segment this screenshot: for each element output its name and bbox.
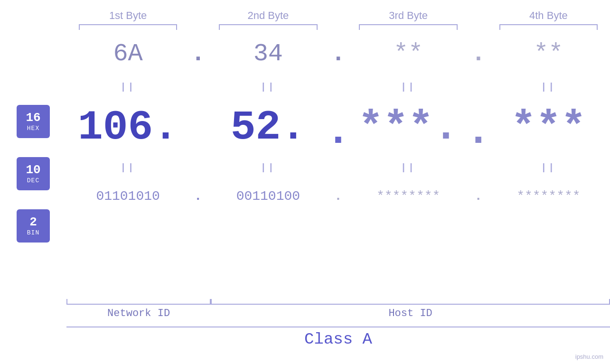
hex-value-3: ** <box>394 40 423 68</box>
dot-3: . <box>471 40 486 68</box>
eq-2: || <box>261 82 276 93</box>
top-bracket-3 <box>359 24 457 30</box>
badge-hex-label: HEX <box>27 125 39 132</box>
top-bracket-1 <box>79 24 177 30</box>
bin-value-4: ******** <box>516 189 580 204</box>
bin-sep3: . <box>470 189 487 204</box>
dot-1: . <box>191 40 206 68</box>
eq2-1: || <box>121 162 136 173</box>
bin-value-1: 01101010 <box>96 189 160 204</box>
dec-col3: ***. <box>347 104 470 151</box>
hex-sep2: . <box>330 40 347 68</box>
dec-value-2: 52. <box>231 104 306 151</box>
eq2-4: || <box>541 162 556 173</box>
bin-col4: ******** <box>487 189 610 204</box>
bin-sep2: . <box>330 189 347 204</box>
badge-dec: 10 DEC <box>17 157 50 190</box>
top-bracket-cell-3 <box>347 24 470 30</box>
badge-dec-number: 10 <box>26 164 40 176</box>
dec-value-4: *** <box>511 104 586 151</box>
bin-col3: ******** <box>347 189 470 204</box>
eq2-2: || <box>261 162 276 173</box>
bin-dot-2: . <box>334 189 342 204</box>
bottom-bracket-network <box>66 299 211 305</box>
top-bracket-cell-1 <box>66 24 189 30</box>
top-bracket-2 <box>219 24 317 30</box>
bottom-area: Network ID Host ID Class A <box>66 299 610 364</box>
hex-sep3: . <box>470 40 487 68</box>
dec-col1: 106. <box>66 104 189 151</box>
byte-header-2: 2nd Byte <box>206 9 329 22</box>
bin-dot-1: . <box>194 189 202 204</box>
eq1-col2: || <box>206 82 329 93</box>
bin-value-2: 00110100 <box>236 189 300 204</box>
dec-value-3: ***. <box>358 104 459 151</box>
badge-hex: 16 HEX <box>17 105 50 138</box>
badge-bin-number: 2 <box>29 216 37 228</box>
bin-col1: 01101010 <box>66 189 189 204</box>
eq-1: || <box>121 82 136 93</box>
eq2-col3: || <box>347 162 470 173</box>
hex-col4: ** <box>487 40 610 68</box>
eq2-col1: || <box>66 162 189 173</box>
dec-sep2: . <box>330 111 347 143</box>
bin-dot-3: . <box>474 189 482 204</box>
dec-sep3: . <box>470 111 487 143</box>
byte-header-4: 4th Byte <box>487 9 610 22</box>
top-bracket-cell-2 <box>206 24 329 30</box>
network-id-label: Network ID <box>66 308 211 319</box>
dec-row: 106. 52. . ***. . *** <box>66 96 610 158</box>
hex-row: 6A . 34 . ** . ** <box>66 30 610 77</box>
bin-value-3: ******** <box>376 189 440 204</box>
class-label: Class A <box>66 330 610 348</box>
dec-col4: *** <box>487 104 610 151</box>
badge-bin: 2 BIN <box>17 209 50 243</box>
main-container: 1st Byte 2nd Byte 3rd Byte 4th Byte 16 <box>0 0 610 364</box>
hex-col3: ** <box>347 40 470 68</box>
top-bracket-4 <box>499 24 598 30</box>
dec-col2: 52. <box>206 104 329 151</box>
hex-value-4: ** <box>534 40 563 68</box>
bottom-bracket-host <box>211 299 610 305</box>
main-data-area: 16 HEX 10 DEC 2 BIN 6A . <box>0 30 610 299</box>
badge-dec-label: DEC <box>27 177 39 184</box>
badge-bin-label: BIN <box>27 229 39 236</box>
top-brackets <box>66 24 610 30</box>
hex-col2: 34 <box>206 40 329 68</box>
equals-row-1: || || || || <box>66 77 610 96</box>
host-id-label: Host ID <box>211 308 610 319</box>
hex-col1: 6A <box>66 40 189 68</box>
dot-2: . <box>331 40 346 68</box>
watermark: ipshu.com <box>575 353 603 360</box>
bin-col2: 00110100 <box>206 189 329 204</box>
data-rows: 6A . 34 . ** . ** <box>66 30 610 299</box>
bin-sep1: . <box>189 189 206 204</box>
hex-value-1: 6A <box>113 40 142 68</box>
eq-3: || <box>401 82 416 93</box>
equals-row-2: || || || || <box>66 158 610 177</box>
eq1-col4: || <box>487 82 610 93</box>
badge-hex-number: 16 <box>26 112 40 124</box>
top-bracket-cell-4 <box>487 24 610 30</box>
eq-4: || <box>541 82 556 93</box>
bin-row: 01101010 . 00110100 . ******** . <box>66 177 610 215</box>
eq1-col1: || <box>66 82 189 93</box>
byte-header-row: 1st Byte 2nd Byte 3rd Byte 4th Byte <box>66 9 610 22</box>
dec-value-1: 106. <box>78 104 178 151</box>
byte-header-3: 3rd Byte <box>347 9 470 22</box>
eq2-3: || <box>401 162 416 173</box>
eq2-col2: || <box>206 162 329 173</box>
hex-value-2: 34 <box>253 40 283 68</box>
eq2-col4: || <box>487 162 610 173</box>
badges-column: 16 HEX 10 DEC 2 BIN <box>0 30 66 299</box>
hex-sep1: . <box>189 40 206 68</box>
wide-bracket-line <box>66 327 610 327</box>
eq1-col3: || <box>347 82 470 93</box>
byte-header-1: 1st Byte <box>66 9 189 22</box>
